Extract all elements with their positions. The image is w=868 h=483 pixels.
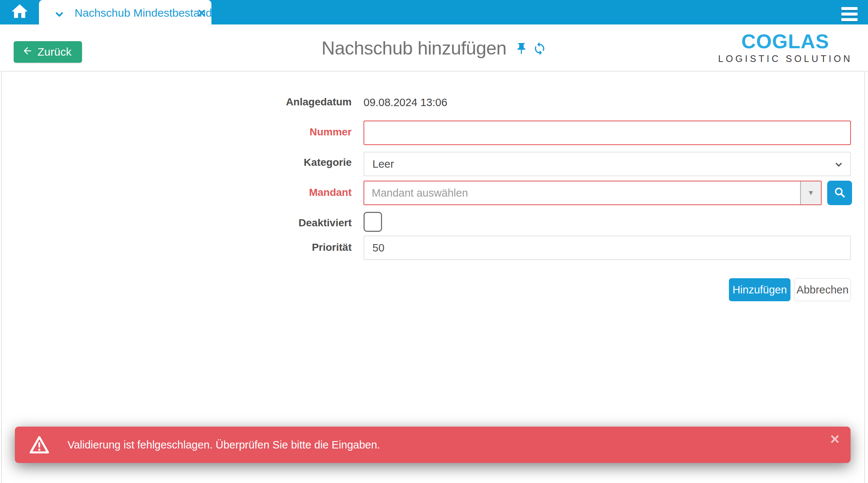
page-title: Nachschub hinzufügen — [322, 37, 507, 59]
logo-subtitle: LOGISTIC SOLUTION — [718, 54, 852, 63]
kategorie-select[interactable]: Leer — [364, 152, 851, 176]
chevron-down-icon[interactable] — [54, 9, 65, 22]
prioritaet-label: Priorität — [0, 242, 352, 253]
nummer-input[interactable] — [364, 121, 851, 145]
logo-wordmark: COGLAS — [718, 31, 852, 51]
anlagedatum-value: 09.08.2024 13:06 — [364, 96, 447, 109]
app-window: Nachschub Mindestbestand ✕ Zurück Nachsc… — [0, 0, 868, 483]
dropdown-arrow-icon: ▼ — [808, 189, 815, 197]
tab-close-icon[interactable]: ✕ — [197, 7, 206, 20]
mandant-combobox: ▼ — [364, 181, 822, 205]
replenishment-form: Anlagedatum 09.08.2024 13:06 Nummer Kate… — [0, 72, 868, 331]
mandant-search-button[interactable] — [827, 181, 852, 205]
arrow-left-icon — [22, 45, 33, 59]
cancel-button[interactable]: Abbrechen — [794, 278, 851, 301]
banner-close-icon[interactable]: ✕ — [830, 432, 841, 447]
warning-icon — [29, 435, 50, 454]
validation-error-banner: Validierung ist fehlgeschlagen. Überprüf… — [15, 427, 851, 463]
deaktiviert-label: Deaktiviert — [0, 217, 352, 229]
back-button-label: Zurück — [37, 46, 72, 58]
chevron-down-icon — [834, 160, 844, 172]
mandant-dropdown-toggle[interactable]: ▼ — [800, 181, 821, 204]
tab-label: Nachschub Mindestbestand — [75, 0, 212, 26]
home-icon — [10, 2, 29, 23]
hamburger-menu-icon[interactable] — [841, 7, 858, 24]
prioritaet-input[interactable] — [364, 236, 851, 260]
deaktiviert-checkbox[interactable] — [364, 212, 382, 232]
search-icon — [834, 186, 846, 200]
coglas-logo: COGLAS LOGISTIC SOLUTION — [718, 31, 852, 63]
mandant-input[interactable] — [364, 181, 800, 204]
mandant-label: Mandant — [0, 187, 352, 198]
validation-error-message: Validierung ist fehlgeschlagen. Überprüf… — [68, 439, 380, 451]
title-group: Nachschub hinzufügen — [322, 24, 547, 72]
pin-icon[interactable] — [514, 42, 528, 57]
nummer-label: Nummer — [0, 126, 352, 138]
header: Zurück Nachschub hinzufügen COGLAS LOGIS… — [0, 24, 868, 72]
topbar: Nachschub Mindestbestand ✕ — [0, 0, 868, 24]
back-button[interactable]: Zurück — [14, 41, 82, 63]
refresh-icon[interactable] — [532, 42, 546, 57]
anlagedatum-label: Anlagedatum — [0, 96, 352, 108]
kategorie-selected-value: Leer — [372, 158, 394, 170]
home-button[interactable] — [5, 0, 34, 24]
add-button[interactable]: Hinzufügen — [729, 278, 790, 301]
kategorie-label: Kategorie — [0, 157, 352, 168]
